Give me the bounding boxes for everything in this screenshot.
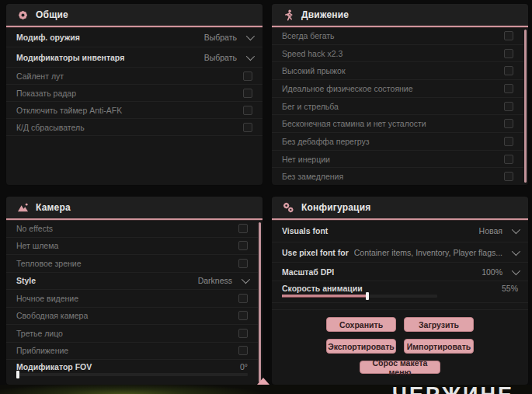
row-thermal-vision[interactable]: Тепловое зрение	[6, 255, 258, 273]
third-person-checkbox[interactable]	[238, 329, 248, 338]
row-perfect-condition[interactable]: Идеальное физическое состояние	[272, 80, 523, 98]
no-helmet-checkbox[interactable]	[238, 241, 248, 250]
inventory-mods-dropdown[interactable]: Выбрать	[204, 53, 252, 62]
zoom-checkbox[interactable]	[238, 346, 248, 355]
row-label: К/Д сбрасыватель	[16, 123, 85, 132]
panel-movement-header[interactable]: Движение	[272, 4, 528, 26]
row-label: Всегда бегать	[282, 31, 335, 40]
row-label: Третье лицо	[16, 329, 63, 338]
dpi-scale-dropdown[interactable]: 100%	[482, 267, 518, 277]
row-label: Показать радар	[16, 89, 76, 98]
no-slowdown-checkbox[interactable]	[504, 172, 513, 181]
animation-speed-handle[interactable]	[366, 292, 369, 300]
panel-camera-header[interactable]: Камера	[6, 197, 263, 218]
infinite-stamina-checkbox[interactable]	[504, 119, 513, 128]
run-and-shoot-checkbox[interactable]	[504, 102, 513, 111]
panel-general-header[interactable]: Общие	[6, 4, 263, 26]
panel-title: Движение	[301, 9, 349, 20]
row-fov-modifier: Модификатор FOV 0°	[6, 360, 258, 383]
camera-scrollbar[interactable]	[259, 222, 261, 382]
row-night-vision[interactable]: Ночное видение	[6, 290, 258, 308]
row-inventory-mods: Модификаторы инвентаря Выбрать	[6, 47, 263, 68]
gear-icon	[17, 9, 29, 21]
always-run-checkbox[interactable]	[504, 31, 513, 40]
save-button[interactable]: Сохранить	[326, 317, 396, 332]
row-label: Скорость анимации	[282, 284, 363, 293]
anti-afk-checkbox[interactable]	[243, 106, 252, 115]
perfect-condition-checkbox[interactable]	[504, 84, 513, 93]
fov-slider[interactable]	[16, 373, 248, 376]
thermal-vision-checkbox[interactable]	[238, 259, 248, 268]
panel-title: Конфигурация	[301, 202, 370, 213]
no-overload-checkbox[interactable]	[504, 137, 513, 146]
row-label: Идеальное физическое состояние	[282, 84, 413, 93]
free-camera-checkbox[interactable]	[238, 311, 248, 320]
dropdown-value: Выбрать	[204, 33, 237, 42]
pixel-font-dropdown[interactable]: Container items, Inventory, Player flags…	[354, 248, 518, 257]
mountains-icon	[17, 202, 29, 214]
panel-camera: Камера No effects Нет шлема Тепловое зре…	[6, 197, 263, 385]
export-button[interactable]: Экспортировать	[326, 339, 396, 354]
row-third-person[interactable]: Третье лицо	[6, 325, 258, 343]
row-label: Style	[16, 276, 36, 285]
row-always-run[interactable]: Всегда бегать	[272, 27, 523, 45]
row-label: Без замедления	[282, 172, 343, 181]
animation-speed-value: 55%	[502, 284, 518, 293]
row-run-and-shoot[interactable]: Бег и стрельба	[272, 98, 523, 116]
fov-slider-handle[interactable]	[16, 371, 19, 378]
weapon-mod-dropdown[interactable]: Выбрать	[204, 33, 252, 42]
row-free-camera[interactable]: Свободная камера	[6, 308, 258, 326]
row-label: Без дебаффа перегруз	[282, 137, 370, 146]
movement-scrollbar[interactable]	[524, 30, 527, 183]
cursor-marker	[257, 378, 269, 385]
kd-resetter-checkbox[interactable]	[243, 123, 252, 132]
dropdown-value: Container items, Inventory, Player flags…	[354, 248, 502, 257]
high-jump-checkbox[interactable]	[504, 66, 513, 75]
reset-layout-button[interactable]: Сброс макета меню	[360, 361, 440, 374]
row-animation-speed: Скорость анимации 55%	[272, 281, 528, 303]
watermark-text: ЧЕРЖИНЕ	[392, 383, 514, 394]
row-visuals-font: Visuals font Новая	[272, 220, 528, 242]
row-speed-hack[interactable]: Speed hack x2.3	[272, 45, 523, 63]
row-no-slowdown[interactable]: Без замедления	[272, 168, 523, 185]
import-button[interactable]: Импортировать	[404, 339, 474, 354]
row-label: Нет шлема	[16, 241, 58, 250]
row-no-inertia[interactable]: Нет инерции	[272, 151, 523, 169]
row-label: Приближение	[16, 346, 68, 355]
row-zoom[interactable]: Приближение	[6, 343, 258, 361]
silent-loot-checkbox[interactable]	[243, 71, 252, 81]
row-label: Модификатор FOV	[16, 362, 92, 371]
button-row-export-import: Экспортировать Импортировать	[272, 339, 528, 354]
row-no-overload-debuff[interactable]: Без дебаффа перегруз	[272, 133, 523, 151]
row-label: Масштаб DPI	[282, 267, 334, 277]
row-label: Отключить таймер Anti-AFK	[16, 106, 122, 115]
row-anti-afk-timer[interactable]: Отключить таймер Anti-AFK	[6, 102, 263, 119]
visuals-font-dropdown[interactable]: Новая	[479, 226, 518, 235]
animation-speed-slider[interactable]	[282, 295, 437, 298]
panel-title: Камера	[36, 202, 71, 213]
panel-title: Общие	[36, 9, 68, 20]
style-dropdown[interactable]: Darkness	[198, 276, 248, 285]
show-radar-checkbox[interactable]	[243, 89, 252, 98]
row-pixel-font: Use pixel font for Container items, Inve…	[272, 242, 528, 263]
dropdown-value: Новая	[479, 226, 502, 235]
row-no-helmet[interactable]: Нет шлема	[6, 238, 258, 256]
no-inertia-checkbox[interactable]	[504, 155, 513, 164]
spacer	[272, 303, 528, 310]
panel-config-header[interactable]: Конфигурация	[272, 197, 528, 218]
speed-hack-checkbox[interactable]	[504, 49, 513, 58]
no-effects-checkbox[interactable]	[238, 224, 248, 233]
row-silent-loot[interactable]: Сайлент лут	[6, 68, 263, 85]
panel-config: Конфигурация Visuals font Новая Use pixe…	[272, 197, 528, 385]
row-label: Тепловое зрение	[16, 259, 82, 268]
row-show-radar[interactable]: Показать радар	[6, 85, 263, 102]
night-vision-checkbox[interactable]	[238, 294, 248, 303]
load-button[interactable]: Загрузить	[404, 317, 474, 332]
dropdown-value: Выбрать	[204, 53, 237, 62]
row-no-effects[interactable]: No effects	[6, 220, 258, 238]
chevron-down-icon	[512, 246, 520, 255]
row-high-jump[interactable]: Высокий прыжок	[272, 62, 523, 80]
row-kd-resetter[interactable]: К/Д сбрасыватель	[6, 119, 263, 136]
runner-icon	[283, 9, 294, 21]
row-infinite-stamina[interactable]: Бесконечная стамина и нет усталости	[272, 115, 523, 133]
